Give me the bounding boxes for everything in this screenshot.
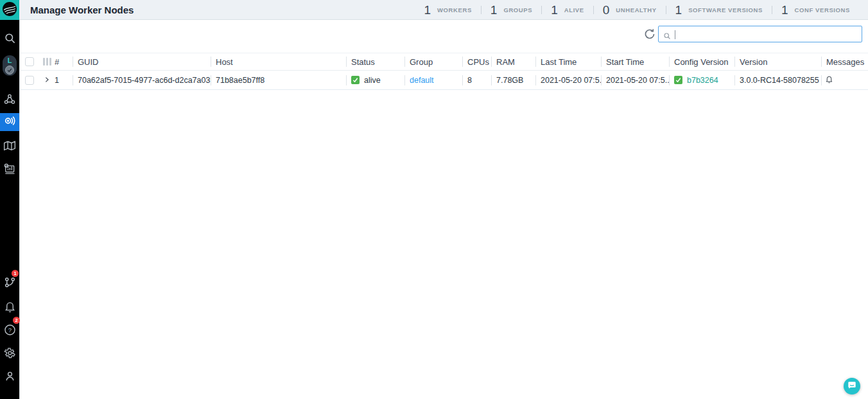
- row-status: alive: [346, 71, 404, 89]
- app-logo[interactable]: [0, 0, 19, 20]
- stat-value: 1: [424, 3, 431, 17]
- search-input[interactable]: [678, 26, 860, 42]
- column-header-last-time[interactable]: Last Time: [535, 53, 601, 70]
- stat-value: 1: [675, 3, 682, 17]
- table-header-row: # GUID Host Status Group CPUs RAM Last T…: [20, 53, 868, 71]
- app-root: L 1 ? 2: [0, 0, 868, 399]
- pipeline-icon[interactable]: [0, 275, 19, 289]
- search-box: [658, 26, 862, 42]
- stat-label: ALIVE: [564, 6, 584, 13]
- search-icon-small: [663, 31, 671, 42]
- row-checkbox[interactable]: [25, 76, 34, 85]
- stat-divider: [481, 6, 482, 14]
- column-header-group[interactable]: Group: [404, 53, 462, 70]
- column-header-version[interactable]: Version: [734, 53, 821, 70]
- map-icon[interactable]: [0, 139, 19, 153]
- refresh-button[interactable]: [643, 28, 656, 41]
- column-header-guid[interactable]: GUID: [73, 53, 211, 70]
- search-icon[interactable]: [0, 31, 19, 45]
- row-last-time: 2021-05-20 07:5...: [535, 71, 601, 89]
- columns-icon[interactable]: [43, 58, 51, 66]
- top-header: Manage Worker Nodes 1 WORKERS 1 GROUPS 1…: [19, 0, 868, 20]
- row-ram: 7.78GB: [491, 71, 535, 89]
- config-check-icon: [674, 76, 682, 84]
- stat-divider: [541, 6, 542, 14]
- help-icon[interactable]: ?: [0, 323, 19, 337]
- stat-unhealthy: 0 UNHEALTHY: [603, 3, 657, 17]
- column-header-ram[interactable]: RAM: [491, 53, 535, 70]
- column-header-messages[interactable]: Messages: [821, 53, 868, 70]
- row-guid: 70a62af5-7015-4977-ac6d-d2ca7a039ed1: [73, 71, 211, 89]
- column-header-status[interactable]: Status: [346, 53, 404, 70]
- sidebar: L 1 ? 2: [0, 0, 19, 399]
- config-version-text: b7b3264: [687, 76, 718, 85]
- stat-label: UNHEALTHY: [616, 6, 656, 13]
- sidebar-item-worker-nodes[interactable]: [0, 113, 19, 131]
- row-index: 1: [55, 71, 73, 89]
- stat-conf-versions: 1 CONF VERSIONS: [781, 3, 850, 17]
- stat-value: 1: [551, 3, 558, 17]
- chat-button[interactable]: [844, 378, 860, 395]
- account-person-icon[interactable]: [0, 369, 19, 383]
- stat-label: SOFTWARE VERSIONS: [688, 6, 763, 13]
- notifications-bell-icon[interactable]: [0, 299, 19, 314]
- main-content: # GUID Host Status Group CPUs RAM Last T…: [19, 20, 868, 399]
- stat-divider: [666, 6, 666, 14]
- worker-nodes-icon: [3, 114, 16, 130]
- cluster-icon[interactable]: [0, 93, 19, 107]
- avatar-letter: L: [3, 57, 17, 64]
- logo-icon: [2, 1, 17, 19]
- row-cpus: 8: [462, 71, 491, 89]
- stat-divider: [772, 6, 772, 14]
- stat-value: 1: [490, 3, 498, 17]
- settings-gear-icon[interactable]: [0, 346, 19, 360]
- select-all-checkbox[interactable]: [25, 57, 34, 66]
- column-header-index[interactable]: #: [55, 53, 73, 70]
- stat-label: CONF VERSIONS: [795, 6, 850, 13]
- stat-workers: 1 WORKERS: [424, 3, 471, 17]
- expand-chevron-icon[interactable]: [44, 76, 50, 85]
- row-config-version: b7b3264: [669, 71, 734, 89]
- analytics-icon[interactable]: [0, 162, 19, 176]
- avatar[interactable]: L: [3, 55, 17, 76]
- chat-bubble-icon: [847, 380, 856, 392]
- messages-bell-icon[interactable]: [825, 75, 833, 85]
- stat-label: GROUPS: [503, 6, 532, 13]
- group-link[interactable]: default: [410, 76, 434, 85]
- worker-nodes-table: # GUID Host Status Group CPUs RAM Last T…: [20, 53, 868, 90]
- stat-label: WORKERS: [437, 6, 472, 13]
- stats-bar: 1 WORKERS 1 GROUPS 1 ALIVE 0 UNHEALTHY 1…: [424, 0, 850, 20]
- row-version: 3.0.0-RC14-58078255: [734, 71, 821, 89]
- column-header-cpus[interactable]: CPUs: [462, 53, 491, 70]
- avatar-status-check-icon: [5, 66, 14, 75]
- help-badge: 2: [13, 317, 20, 324]
- row-start-time: 2021-05-20 07:5...: [601, 71, 669, 89]
- stat-value: 1: [781, 3, 788, 17]
- stat-divider: [593, 6, 594, 14]
- column-header-start-time[interactable]: Start Time: [601, 53, 669, 70]
- table-row[interactable]: 1 70a62af5-7015-4977-ac6d-d2ca7a039ed1 7…: [20, 71, 868, 90]
- column-header-host[interactable]: Host: [211, 53, 346, 70]
- stat-software-versions: 1 SOFTWARE VERSIONS: [675, 3, 763, 17]
- text-caret: [675, 30, 675, 39]
- stat-value: 0: [603, 3, 610, 17]
- status-text: alive: [364, 76, 381, 85]
- status-check-icon: [351, 76, 360, 84]
- svg-text:?: ?: [8, 326, 11, 333]
- stat-groups: 1 GROUPS: [490, 3, 532, 17]
- pipeline-badge: 1: [12, 270, 19, 277]
- column-header-config-version[interactable]: Config Version: [669, 53, 734, 70]
- row-host: 71b8ae5b7ff8: [211, 71, 346, 89]
- page-title: Manage Worker Nodes: [30, 0, 134, 20]
- stat-alive: 1 ALIVE: [551, 3, 584, 17]
